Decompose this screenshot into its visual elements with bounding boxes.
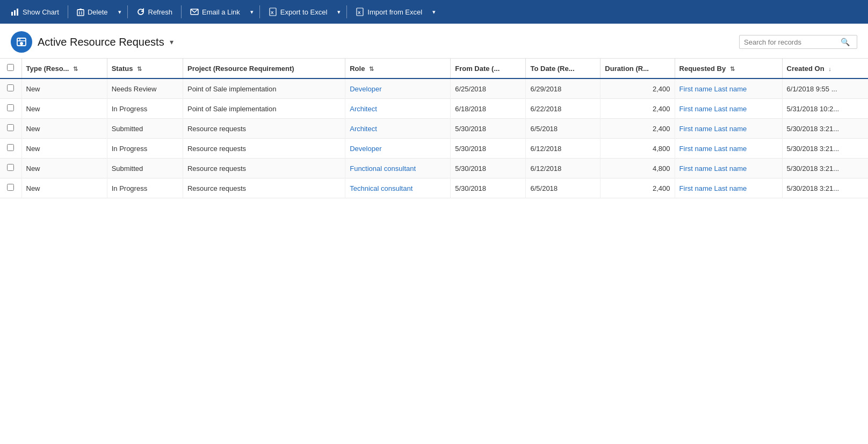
row-to-date: 6/29/2018 — [526, 78, 601, 99]
row-requested-by[interactable]: First name Last name — [675, 159, 782, 178]
row-role[interactable]: Architect — [345, 119, 451, 139]
col-requested-by-label: Requested By — [679, 65, 726, 73]
svg-text:X: X — [271, 10, 274, 15]
row-checkbox-cell — [0, 139, 21, 159]
row-status: In Progress — [107, 139, 183, 159]
col-project-label: Project (Resource Requirement) — [187, 65, 294, 73]
row-type: New — [21, 99, 107, 119]
show-chart-button[interactable]: Show Chart — [5, 4, 64, 19]
select-all-checkbox[interactable] — [7, 64, 14, 71]
select-all-header — [0, 59, 21, 78]
email-dropdown-button[interactable]: ▾ — [248, 5, 256, 19]
toolbar: Show Chart Delete ▾ Refresh Email a Link… — [0, 0, 868, 24]
row-requested-by[interactable]: First name Last name — [675, 178, 782, 198]
row-created-on: 6/1/2018 9:55 ... — [782, 78, 868, 99]
separator-3 — [181, 5, 182, 18]
table-row[interactable]: New Submitted Resource requests Function… — [0, 159, 868, 178]
col-to-date[interactable]: To Date (Re... — [526, 59, 601, 78]
table-row[interactable]: New Submitted Resource requests Architec… — [0, 119, 868, 139]
row-checkbox[interactable] — [7, 144, 14, 151]
col-type[interactable]: Type (Reso... ⇅ — [21, 59, 107, 78]
col-type-sort-icon: ⇅ — [73, 66, 78, 72]
row-type: New — [21, 159, 107, 178]
export-excel-icon: X — [269, 8, 277, 16]
row-project: Point of Sale implementation — [183, 99, 345, 119]
main-wrapper: Type (Reso... ⇅ Status ⇅ Project (Resour… — [0, 59, 868, 444]
show-chart-icon — [11, 8, 19, 16]
table-body: New Needs Review Point of Sale implement… — [0, 78, 868, 198]
svg-text:X: X — [358, 10, 361, 15]
row-from-date: 6/25/2018 — [451, 78, 526, 99]
row-checkbox-cell — [0, 119, 21, 139]
row-duration: 2,400 — [601, 178, 675, 198]
page-title-area: Active Resource Requests ▾ — [11, 31, 173, 53]
row-status: Submitted — [107, 119, 183, 139]
col-role-sort-icon: ⇅ — [369, 66, 374, 72]
row-role[interactable]: Functional consultant — [345, 159, 451, 178]
col-status[interactable]: Status ⇅ — [107, 59, 183, 78]
table-row[interactable]: New Needs Review Point of Sale implement… — [0, 78, 868, 99]
import-excel-button[interactable]: X Import from Excel — [350, 4, 428, 19]
col-project[interactable]: Project (Resource Requirement) — [183, 59, 345, 78]
col-status-label: Status — [112, 65, 133, 73]
row-to-date: 6/12/2018 — [526, 159, 601, 178]
delete-icon — [77, 8, 84, 16]
row-checkbox[interactable] — [7, 84, 14, 91]
row-requested-by[interactable]: First name Last name — [675, 139, 782, 159]
row-project: Resource requests — [183, 159, 345, 178]
row-project: Point of Sale implementation — [183, 78, 345, 99]
svg-rect-0 — [11, 12, 13, 16]
row-requested-by[interactable]: First name Last name — [675, 78, 782, 99]
search-input[interactable] — [744, 38, 841, 46]
col-role[interactable]: Role ⇅ — [345, 59, 451, 78]
row-role[interactable]: Developer — [345, 78, 451, 99]
row-checkbox[interactable] — [7, 104, 14, 111]
email-icon — [190, 9, 199, 15]
row-requested-by[interactable]: First name Last name — [675, 119, 782, 139]
col-to-date-label: To Date (Re... — [530, 65, 574, 73]
row-status: Submitted — [107, 159, 183, 178]
svg-rect-3 — [77, 10, 84, 16]
page-title: Active Resource Requests — [38, 36, 164, 48]
row-requested-by[interactable]: First name Last name — [675, 99, 782, 119]
row-checkbox-cell — [0, 159, 21, 178]
row-role[interactable]: Architect — [345, 99, 451, 119]
export-dropdown-button[interactable]: ▾ — [335, 5, 343, 19]
col-created-on-sort-icon: ↓ — [828, 66, 831, 72]
col-requested-by[interactable]: Requested By ⇅ — [675, 59, 782, 78]
row-duration: 4,800 — [601, 139, 675, 159]
import-dropdown-button[interactable]: ▾ — [430, 5, 438, 19]
row-status: In Progress — [107, 178, 183, 198]
email-link-button[interactable]: Email a Link — [185, 5, 245, 19]
svg-rect-1 — [14, 10, 16, 16]
row-checkbox[interactable] — [7, 184, 14, 191]
row-checkbox-cell — [0, 178, 21, 198]
col-from-date-label: From Date (... — [455, 65, 500, 73]
col-requested-by-sort-icon: ⇅ — [730, 66, 735, 72]
row-type: New — [21, 119, 107, 139]
delete-button[interactable]: Delete — [71, 4, 113, 19]
refresh-button[interactable]: Refresh — [131, 4, 178, 19]
export-excel-button[interactable]: X Export to Excel — [263, 4, 332, 19]
row-status: In Progress — [107, 99, 183, 119]
resource-requests-icon — [16, 37, 27, 47]
row-duration: 2,400 — [601, 78, 675, 99]
col-created-on[interactable]: Created On ↓ — [782, 59, 868, 78]
row-duration: 4,800 — [601, 159, 675, 178]
table-row[interactable]: New In Progress Resource requests Develo… — [0, 139, 868, 159]
delete-dropdown-button[interactable]: ▾ — [115, 5, 124, 19]
table-row[interactable]: New In Progress Point of Sale implementa… — [0, 99, 868, 119]
svg-rect-2 — [17, 9, 18, 16]
search-icon[interactable]: 🔍 — [841, 38, 850, 46]
row-role[interactable]: Developer — [345, 139, 451, 159]
col-from-date[interactable]: From Date (... — [451, 59, 526, 78]
row-checkbox[interactable] — [7, 124, 14, 131]
col-created-on-label: Created On — [787, 65, 824, 73]
row-checkbox-cell — [0, 78, 21, 99]
row-from-date: 6/18/2018 — [451, 99, 526, 119]
row-checkbox[interactable] — [7, 164, 14, 171]
row-role[interactable]: Technical consultant — [345, 178, 451, 198]
title-dropdown-chevron[interactable]: ▾ — [170, 38, 173, 46]
col-duration[interactable]: Duration (R... — [601, 59, 675, 78]
table-row[interactable]: New In Progress Resource requests Techni… — [0, 178, 868, 198]
